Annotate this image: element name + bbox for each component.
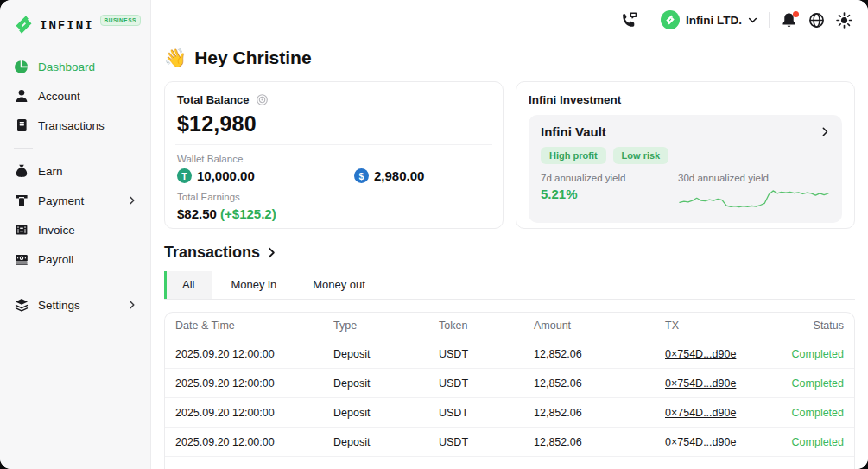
- low-risk-badge: Low risk: [613, 147, 669, 164]
- usdt-coin-icon: T: [177, 168, 192, 183]
- tx-hash-link[interactable]: 0×754D...d90e: [665, 407, 736, 419]
- total-balance-value: $12,980: [177, 111, 491, 136]
- yield-7d-value: 5.21%: [541, 187, 678, 201]
- table-row: 2025.09.20 12:00:00 Deposit USDT 12,852.…: [165, 428, 854, 457]
- earnings-change: (+$125.2): [220, 206, 276, 221]
- sidebar-item-label: Account: [38, 90, 80, 103]
- cell-date: 2025.09.20 12:00:00: [175, 377, 333, 390]
- sidebar-item-label: Payment: [38, 194, 84, 207]
- status-badge: Completed: [766, 407, 844, 419]
- cell-amount: 12,852.06: [534, 407, 665, 419]
- col-tx: TX: [665, 320, 766, 332]
- sidebar-item-account[interactable]: Account: [0, 81, 150, 111]
- privacy-eye-icon[interactable]: [256, 93, 269, 106]
- notification-dot: [793, 11, 799, 17]
- tab-money-out[interactable]: Money out: [295, 271, 383, 299]
- phone-support-icon[interactable]: [621, 12, 637, 29]
- chevron-right-icon: [266, 247, 277, 258]
- yield-sparkline: [678, 187, 830, 212]
- dashboard-icon: [14, 60, 29, 74]
- bell-icon[interactable]: [781, 12, 797, 29]
- table-row: 2025.09.20 12:00:00 Deposit USDT 12,852.…: [165, 398, 854, 428]
- usdc-balance: $ 2,980.00: [354, 168, 424, 183]
- sidebar-item-dashboard[interactable]: Dashboard: [0, 52, 150, 81]
- cell-token: USDT: [439, 377, 534, 390]
- transactions-title: Transactions: [164, 244, 260, 262]
- tx-hash-link[interactable]: 0×754D...d90e: [665, 436, 736, 448]
- col-status: Status: [766, 320, 844, 332]
- receipt-icon: [14, 223, 29, 238]
- cell-token: USDT: [439, 436, 534, 448]
- money-bag-icon: [14, 164, 29, 179]
- layers-icon: [14, 298, 29, 313]
- total-balance-label: Total Balance: [177, 93, 250, 106]
- org-name: Infini LTD.: [686, 14, 742, 27]
- sidebar-item-settings[interactable]: Settings: [0, 290, 150, 320]
- topbar-divider: [649, 12, 649, 28]
- chevron-right-icon: [820, 127, 830, 136]
- sun-icon[interactable]: [836, 12, 852, 29]
- sidebar-divider: [14, 282, 33, 282]
- org-switcher[interactable]: Infini LTD.: [661, 10, 757, 29]
- banknote-icon: [14, 252, 29, 267]
- sidebar-item-label: Invoice: [38, 224, 75, 237]
- vault-title: Infini Vault: [541, 124, 606, 139]
- usdc-coin-icon: $: [354, 168, 369, 183]
- total-earnings-value: $82.50 (+$125.2): [177, 206, 491, 221]
- sidebar-item-label: Transactions: [38, 119, 105, 132]
- investment-card-title: Infini Investment: [529, 93, 842, 106]
- infini-investment-card: Infini Investment Infini Vault High prof…: [516, 81, 855, 229]
- chevron-right-icon: [128, 196, 136, 205]
- card-payment-icon: [14, 193, 29, 208]
- cell-amount: 12,852.06: [534, 436, 665, 448]
- main-content: Infini LTD. 👋 Hey Christine: [151, 0, 868, 469]
- cell-token: USDT: [439, 348, 534, 360]
- status-badge: Completed: [766, 348, 844, 360]
- col-type: Type: [333, 320, 439, 332]
- sidebar-item-label: Payroll: [38, 253, 73, 266]
- yield-30d-label: 30d annualized yield: [678, 173, 830, 183]
- sidebar-item-payroll[interactable]: Payroll: [0, 244, 150, 274]
- journal-icon: [14, 118, 29, 133]
- cell-type: Deposit: [333, 407, 439, 419]
- sidebar-item-earn[interactable]: Earn: [0, 156, 150, 186]
- yield-7d-label: 7d annualized yield: [541, 173, 678, 183]
- table-header-row: Date & Time Type Token Amount TX Status: [165, 313, 854, 339]
- sidebar-item-payment[interactable]: Payment: [0, 186, 150, 215]
- tx-hash-link[interactable]: 0×754D...d90e: [665, 348, 736, 360]
- user-icon: [14, 89, 29, 104]
- tab-money-in[interactable]: Money in: [212, 271, 295, 299]
- status-badge: Completed: [766, 436, 844, 448]
- cell-token: USDT: [439, 407, 534, 419]
- transactions-table: Date & Time Type Token Amount TX Status …: [164, 312, 855, 469]
- usdc-amount: 2,980.00: [374, 168, 424, 183]
- cell-type: Deposit: [333, 348, 439, 360]
- org-avatar: [661, 10, 680, 29]
- sidebar-item-invoice[interactable]: Invoice: [0, 215, 150, 244]
- app-window: INFINI BUSINESS Dashboard Account Transa…: [0, 0, 868, 469]
- tab-all[interactable]: All: [164, 271, 212, 299]
- tx-hash-link[interactable]: 0×754D...d90e: [665, 377, 736, 390]
- sidebar-item-label: Settings: [38, 299, 80, 312]
- infini-vault-panel[interactable]: Infini Vault High profit Low risk 7d ann…: [529, 115, 842, 223]
- sidebar: INFINI BUSINESS Dashboard Account Transa…: [0, 0, 151, 469]
- transactions-tabs: All Money in Money out: [164, 271, 855, 300]
- total-balance-card: Total Balance $12,980 Wallet Balance T 1…: [164, 81, 504, 229]
- transactions-heading[interactable]: Transactions: [164, 244, 855, 262]
- cell-date: 2025.09.20 12:00:00: [175, 348, 333, 360]
- table-row: 2025.09.20 12:00:00 Deposit USDT 12,852.…: [165, 339, 854, 369]
- cell-type: Deposit: [333, 377, 439, 390]
- col-amount: Amount: [534, 320, 665, 332]
- high-profit-badge: High profit: [541, 147, 606, 164]
- table-row: 2025.09.20 12:00:00 Deposit USDT 12,852.…: [165, 369, 854, 398]
- globe-icon[interactable]: [808, 12, 825, 29]
- chevron-right-icon: [128, 301, 136, 309]
- sidebar-item-transactions[interactable]: Transactions: [0, 111, 150, 140]
- total-earnings-label: Total Earnings: [177, 192, 491, 202]
- greeting-text: Hey Christine: [194, 48, 311, 68]
- col-token: Token: [439, 320, 534, 332]
- cell-type: Deposit: [333, 436, 439, 448]
- sidebar-divider: [14, 148, 33, 149]
- card-divider: [175, 144, 492, 145]
- cell-amount: 12,852.06: [534, 348, 665, 360]
